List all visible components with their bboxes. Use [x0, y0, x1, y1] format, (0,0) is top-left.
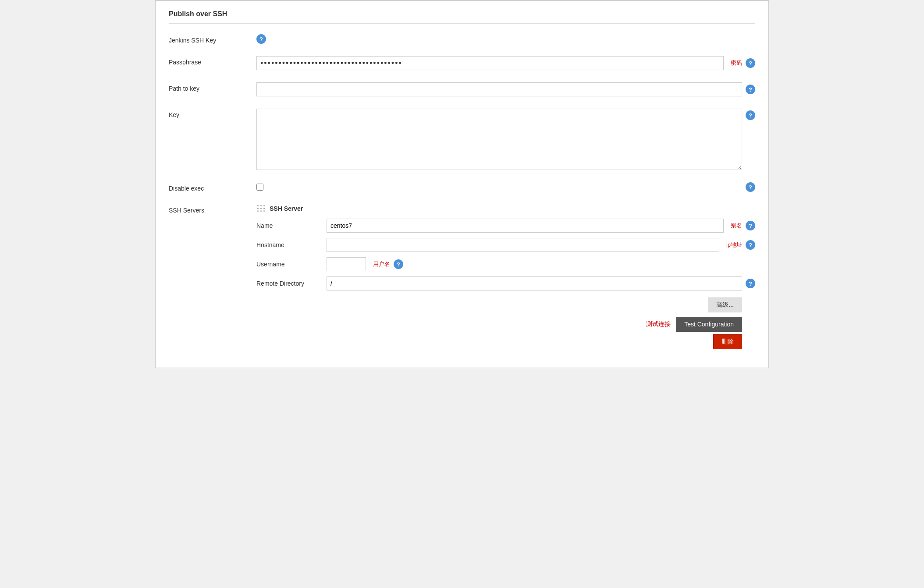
name-label: Name [256, 222, 327, 229]
username-row: Username 用户名 ? [256, 257, 755, 271]
username-help-icon[interactable]: ? [394, 259, 403, 269]
action-row: 测试连接 Test Configuration [256, 317, 755, 332]
ssh-servers-row: SSH Servers SSH Server Name 别名 ? [169, 202, 755, 352]
remote-directory-input[interactable] [327, 276, 742, 290]
username-annotation: 用户名 [373, 260, 390, 268]
disable-exec-label: Disable exec [169, 182, 256, 192]
jenkins-ssh-key-help-icon[interactable]: ? [256, 34, 266, 44]
remote-directory-label: Remote Directory [256, 280, 327, 287]
key-label: Key [169, 109, 256, 118]
advanced-button[interactable]: 高级... [708, 298, 742, 312]
disable-exec-checkbox[interactable] [256, 184, 263, 191]
ssh-server-title: SSH Server [270, 205, 303, 212]
disable-exec-row: Disable exec ? [169, 180, 755, 195]
path-to-key-help-icon[interactable]: ? [746, 85, 755, 94]
ssh-server-header: SSH Server [256, 204, 755, 213]
key-textarea[interactable] [256, 109, 742, 170]
name-help-icon[interactable]: ? [746, 221, 755, 230]
section-title: Publish over SSH [169, 10, 755, 24]
path-to-key-label: Path to key [169, 82, 256, 92]
username-label: Username [256, 261, 327, 268]
jenkins-ssh-key-label: Jenkins SSH Key [169, 34, 256, 44]
key-help-icon[interactable]: ? [746, 110, 755, 120]
drag-handle[interactable] [256, 204, 266, 213]
name-row: Name 别名 ? [256, 219, 755, 233]
disable-exec-help-icon[interactable]: ? [746, 182, 755, 192]
remote-directory-help-icon[interactable]: ? [746, 279, 755, 288]
passphrase-label: Passphrase [169, 56, 256, 66]
delete-row: 删除 [256, 334, 755, 349]
passphrase-help-icon[interactable]: ? [746, 58, 755, 68]
passphrase-input[interactable] [256, 56, 724, 70]
path-to-key-input[interactable] [256, 82, 742, 96]
passphrase-annotation: 密码 [731, 59, 742, 67]
passphrase-row: Passphrase 密码 ? [169, 53, 755, 73]
jenkins-ssh-key-row: Jenkins SSH Key ? [169, 32, 755, 46]
hostname-input[interactable] [327, 238, 719, 252]
ssh-servers-label: SSH Servers [169, 204, 256, 214]
name-annotation: 别名 [731, 222, 742, 230]
delete-button[interactable]: 删除 [713, 334, 742, 349]
username-input[interactable] [327, 257, 366, 271]
advanced-button-row: 高级... [256, 298, 755, 312]
test-configuration-button[interactable]: Test Configuration [676, 317, 742, 332]
hostname-annotation: ip地址 [726, 241, 742, 249]
hostname-row: Hostname ip地址 ? [256, 238, 755, 252]
remote-directory-row: Remote Directory ? [256, 276, 755, 290]
ssh-servers-block: SSH Server Name 别名 ? Hostname ip地址 ? [256, 204, 755, 349]
hostname-label: Hostname [256, 241, 327, 248]
key-row: Key ? [169, 106, 755, 173]
hostname-help-icon[interactable]: ? [746, 240, 755, 250]
path-to-key-row: Path to key ? [169, 80, 755, 99]
name-input[interactable] [327, 219, 724, 233]
test-connection-link[interactable]: 测试连接 [646, 320, 671, 328]
